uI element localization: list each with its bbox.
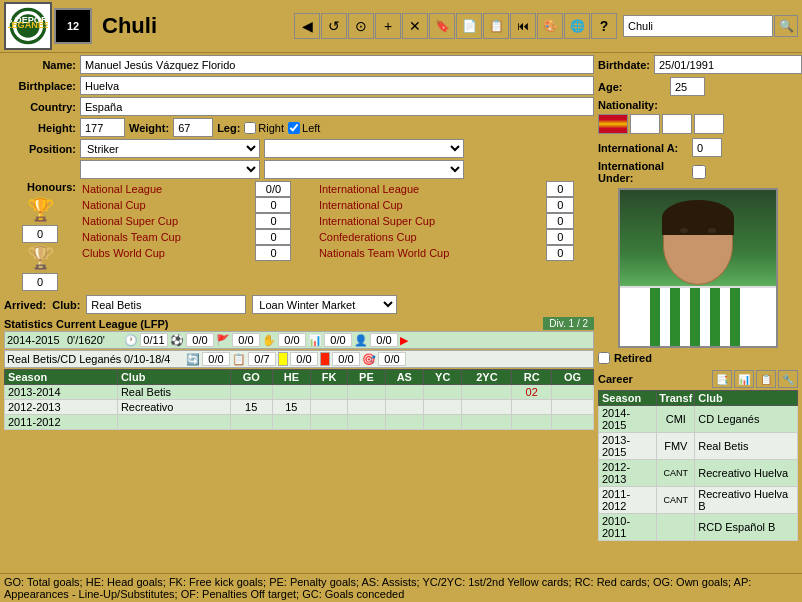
retired-label: Retired <box>614 352 652 364</box>
career-label: Career <box>598 373 710 385</box>
globe-btn[interactable]: 🌐 <box>564 13 590 39</box>
honour-national-league[interactable]: National League <box>80 181 255 197</box>
col-fk: FK <box>311 370 348 385</box>
flag-box-3 <box>662 114 692 134</box>
flag-box-4 <box>694 114 724 134</box>
stats-season-1: 2014-2015 <box>7 334 65 346</box>
position-select4[interactable] <box>264 160 464 179</box>
country-field[interactable] <box>80 97 594 116</box>
circle-btn[interactable]: ⊙ <box>348 13 374 39</box>
stats-r2-s5: 0/0 <box>378 352 406 366</box>
club-logo: CLUB DEPORTIVO LEGANÉS <box>4 2 52 50</box>
copy-btn[interactable]: 📄 <box>456 13 482 39</box>
intl-a-field[interactable] <box>692 138 722 157</box>
career-btn3[interactable]: 📋 <box>756 370 776 388</box>
col-pe: PE <box>348 370 385 385</box>
honour-nationals-world-cup[interactable]: Nationals Team World Cup <box>317 245 546 261</box>
stats-s4-1: 0/0 <box>278 333 306 347</box>
name-label: Name: <box>4 59 76 71</box>
col-as: AS <box>385 370 423 385</box>
paste-btn[interactable]: 📋 <box>483 13 509 39</box>
intl-under-label: International Under: <box>598 160 688 184</box>
stats-header: Statistics Current League (LFP) <box>4 318 168 330</box>
stats-mins-1: 0'/1620' <box>67 334 122 346</box>
honour-national-super-cup[interactable]: National Super Cup <box>80 213 255 229</box>
stats-clock-icon: 🕐 <box>124 334 138 347</box>
honour-intl-league[interactable]: International League <box>317 181 546 197</box>
trophy1-value[interactable] <box>22 225 58 243</box>
flag-box-2 <box>630 114 660 134</box>
nav-back-btn[interactable]: ◀ <box>294 13 320 39</box>
left-leg-label[interactable]: Left <box>288 122 320 134</box>
birthdate-field[interactable] <box>654 55 802 74</box>
col-club: Club <box>117 370 230 385</box>
retired-checkbox[interactable] <box>598 352 610 364</box>
trophy2-value[interactable] <box>22 273 58 291</box>
career-col-club: Club <box>695 391 798 406</box>
career-nav-btn[interactable]: 📑 <box>712 370 732 388</box>
honour-confed-cup[interactable]: Confederations Cup <box>317 229 546 245</box>
honour-intl-cup[interactable]: International Cup <box>317 197 546 213</box>
stats-team-1: Real Betis/CD Leganés <box>7 353 122 365</box>
age-label: Age: <box>598 81 666 93</box>
player-number: 12 <box>54 8 92 44</box>
height-field[interactable] <box>80 118 125 137</box>
help-btn[interactable]: ? <box>591 13 617 39</box>
intl-under-checkbox[interactable] <box>692 165 706 179</box>
stats-s2-1: 0/0 <box>186 333 214 347</box>
trophy-gold-icon: 🏆 <box>27 197 54 223</box>
honours-label: Honours: <box>27 181 76 193</box>
col-2yc: 2YC <box>462 370 512 385</box>
col-go: GO <box>230 370 272 385</box>
weight-label: Weight: <box>129 122 169 134</box>
position-label: Position: <box>4 143 76 155</box>
honour-clubs-world-cup[interactable]: Clubs World Cup <box>80 245 255 261</box>
trophy-silver-icon: 🏆 <box>27 245 54 271</box>
career-row: 2014-2015 CMI CD Leganés <box>599 406 798 433</box>
honour-nationals-team-cup[interactable]: Nationals Team Cup <box>80 229 255 245</box>
birthdate-label: Birthdate: <box>598 59 650 71</box>
name-field[interactable] <box>80 55 594 74</box>
career-btn2[interactable]: 📊 <box>734 370 754 388</box>
birthplace-field[interactable] <box>80 76 594 95</box>
honour-intl-super-cup[interactable]: International Super Cup <box>317 213 546 229</box>
stats-s6-1: 0/0 <box>370 333 398 347</box>
footer-legend: GO: Total goals; HE: Head goals; FK: Fre… <box>0 573 802 602</box>
honour-national-cup[interactable]: National Cup <box>80 197 255 213</box>
club-label: Club: <box>52 299 80 311</box>
flag-spain <box>598 114 628 134</box>
career-row: 2012-2013 CANT Recreativo Huelva <box>599 460 798 487</box>
search-input[interactable] <box>623 15 773 37</box>
position-select1[interactable]: Striker <box>80 139 260 158</box>
stats-r2-s4: 0/0 <box>332 352 360 366</box>
col-he: HE <box>272 370 310 385</box>
div-badge: Div. 1 / 2 <box>543 317 594 330</box>
right-leg-checkbox[interactable] <box>244 122 256 134</box>
close-btn[interactable]: ✕ <box>402 13 428 39</box>
stats-s3-1: 0/0 <box>232 333 260 347</box>
left-leg-checkbox[interactable] <box>288 122 300 134</box>
table-row: 2011-2012 <box>5 415 594 430</box>
col-season: Season <box>5 370 118 385</box>
table-row: 2013-2014 Real Betis 02 <box>5 385 594 400</box>
weight-field[interactable] <box>173 118 213 137</box>
add-btn[interactable]: + <box>375 13 401 39</box>
stats-s5-1: 0/0 <box>324 333 352 347</box>
refresh-btn[interactable]: ↺ <box>321 13 347 39</box>
palette-btn[interactable]: 🎨 <box>537 13 563 39</box>
right-leg-label[interactable]: Right <box>244 122 284 134</box>
height-label: Height: <box>4 122 76 134</box>
nationality-label: Nationality: <box>598 99 666 111</box>
arrived-label: Arrived: <box>4 299 46 311</box>
age-field[interactable] <box>670 77 705 96</box>
first-btn[interactable]: ⏮ <box>510 13 536 39</box>
career-btn4[interactable]: 🔧 <box>778 370 798 388</box>
search-button[interactable]: 🔍 <box>774 15 798 37</box>
bookmark-btn[interactable]: 🔖 <box>429 13 455 39</box>
position-select2[interactable] <box>264 139 464 158</box>
arrived-club-field[interactable] <box>86 295 246 314</box>
career-col-transf: Transf <box>657 391 695 406</box>
market-select[interactable]: Loan Winter Market <box>252 295 397 314</box>
position-select3[interactable] <box>80 160 260 179</box>
career-row: 2013-2015 FMV Real Betis <box>599 433 798 460</box>
